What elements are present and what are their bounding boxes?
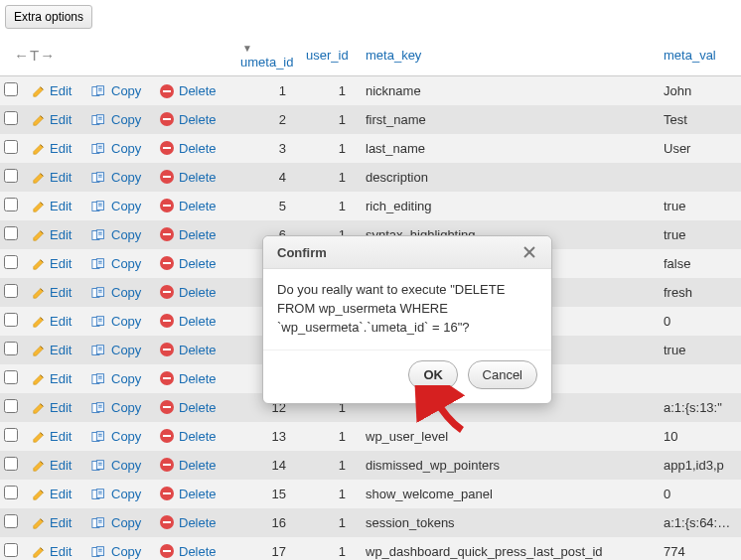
copy-link[interactable]: Copy: [91, 111, 141, 127]
row-checkbox[interactable]: [4, 313, 18, 327]
svg-rect-35: [163, 233, 171, 235]
ok-button[interactable]: OK: [408, 360, 458, 389]
delete-link[interactable]: Delete: [159, 111, 217, 128]
copy-link[interactable]: Copy: [91, 313, 141, 329]
row-checkbox[interactable]: [4, 255, 18, 269]
delete-link[interactable]: Delete: [159, 342, 217, 358]
col-header-user-id[interactable]: user_id: [306, 48, 349, 63]
delete-link[interactable]: Delete: [159, 255, 217, 272]
copy-link[interactable]: Copy: [91, 399, 141, 415]
edit-link[interactable]: Edit: [32, 313, 72, 329]
edit-link[interactable]: Edit: [32, 457, 72, 473]
edit-link[interactable]: Edit: [32, 226, 72, 242]
copy-link[interactable]: Copy: [91, 457, 141, 473]
edit-link[interactable]: Edit: [32, 514, 72, 530]
copy-link[interactable]: Copy: [91, 82, 141, 98]
copy-link[interactable]: Copy: [91, 514, 141, 530]
col-header-meta-val[interactable]: meta_val: [664, 48, 716, 63]
table-row: EditCopyDelete171wp_dashboard_quick_pres…: [0, 537, 741, 561]
edit-link[interactable]: Edit: [32, 255, 72, 271]
pencil-icon: [32, 226, 46, 242]
delete-link[interactable]: Delete: [159, 486, 217, 502]
extra-options-button[interactable]: Extra options: [5, 5, 92, 29]
delete-link[interactable]: Delete: [159, 82, 217, 99]
cell-user-id: 1: [298, 105, 358, 134]
cell-meta-key: last_name: [358, 134, 656, 163]
row-checkbox[interactable]: [4, 399, 18, 413]
sort-indicator-icon: ▼: [242, 43, 252, 54]
delete-icon: [159, 255, 175, 272]
delete-link[interactable]: Delete: [159, 284, 217, 301]
edit-link[interactable]: Edit: [32, 284, 72, 300]
row-checkbox[interactable]: [4, 169, 18, 183]
delete-link[interactable]: Delete: [159, 313, 217, 330]
copy-link[interactable]: Copy: [91, 226, 141, 242]
row-checkbox[interactable]: [4, 82, 18, 96]
copy-label: Copy: [111, 83, 141, 98]
copy-icon: [91, 284, 107, 300]
cancel-button[interactable]: Cancel: [468, 360, 537, 389]
edit-link[interactable]: Edit: [32, 82, 72, 98]
copy-link[interactable]: Copy: [91, 284, 141, 300]
row-checkbox[interactable]: [4, 342, 18, 355]
copy-link[interactable]: Copy: [91, 255, 141, 271]
svg-rect-5: [163, 90, 171, 92]
delete-link[interactable]: Delete: [159, 169, 217, 186]
col-header-umeta-id[interactable]: umeta_id: [240, 55, 293, 70]
edit-link[interactable]: Edit: [32, 486, 72, 501]
edit-link[interactable]: Edit: [32, 399, 72, 415]
pencil-icon: [32, 399, 46, 415]
copy-link[interactable]: Copy: [91, 198, 141, 213]
pencil-icon: [32, 169, 46, 185]
copy-icon: [91, 370, 107, 386]
edit-link[interactable]: Edit: [32, 428, 72, 444]
row-checkbox[interactable]: [4, 284, 18, 298]
close-icon[interactable]: [521, 244, 537, 260]
row-checkbox[interactable]: [4, 514, 18, 528]
edit-label: Edit: [50, 199, 72, 213]
edit-link[interactable]: Edit: [32, 370, 72, 386]
copy-link[interactable]: Copy: [91, 428, 141, 444]
copy-link[interactable]: Copy: [91, 370, 141, 386]
row-checkbox[interactable]: [4, 140, 18, 154]
table-row: EditCopyDelete21first_nameTest: [0, 105, 741, 134]
row-checkbox[interactable]: [4, 198, 18, 211]
edit-label: Edit: [50, 141, 72, 156]
row-checkbox[interactable]: [4, 486, 18, 499]
delete-link[interactable]: Delete: [159, 399, 217, 416]
edit-link[interactable]: Edit: [32, 543, 72, 559]
row-checkbox[interactable]: [4, 428, 18, 442]
delete-link[interactable]: Delete: [159, 457, 217, 474]
delete-link[interactable]: Delete: [159, 514, 217, 531]
cell-user-id: 1: [298, 134, 358, 163]
edit-label: Edit: [50, 83, 72, 98]
delete-link[interactable]: Delete: [159, 543, 217, 560]
row-checkbox[interactable]: [4, 543, 18, 557]
edit-link[interactable]: Edit: [32, 169, 72, 185]
row-checkbox[interactable]: [4, 226, 18, 240]
edit-link[interactable]: Edit: [32, 198, 72, 213]
copy-link[interactable]: Copy: [91, 543, 141, 559]
delete-link[interactable]: Delete: [159, 428, 217, 445]
copy-icon: [91, 486, 107, 501]
row-checkbox[interactable]: [4, 457, 18, 471]
delete-link[interactable]: Delete: [159, 226, 217, 243]
row-checkbox[interactable]: [4, 111, 18, 125]
row-checkbox[interactable]: [4, 370, 18, 384]
col-header-meta-key[interactable]: meta_key: [366, 48, 421, 63]
edit-link[interactable]: Edit: [32, 342, 72, 357]
copy-link[interactable]: Copy: [91, 486, 141, 501]
cell-meta-value: a:1:{s:13:": [656, 393, 741, 422]
edit-label: Edit: [50, 343, 72, 357]
copy-link[interactable]: Copy: [91, 140, 141, 156]
edit-link[interactable]: Edit: [32, 111, 72, 127]
copy-label: Copy: [111, 112, 141, 127]
edit-link[interactable]: Edit: [32, 140, 72, 156]
delete-icon: [159, 486, 175, 502]
sort-direction-control[interactable]: ←T→: [8, 43, 62, 68]
delete-link[interactable]: Delete: [159, 370, 217, 387]
copy-link[interactable]: Copy: [91, 342, 141, 357]
delete-link[interactable]: Delete: [159, 140, 217, 157]
copy-link[interactable]: Copy: [91, 169, 141, 185]
delete-link[interactable]: Delete: [159, 198, 217, 214]
